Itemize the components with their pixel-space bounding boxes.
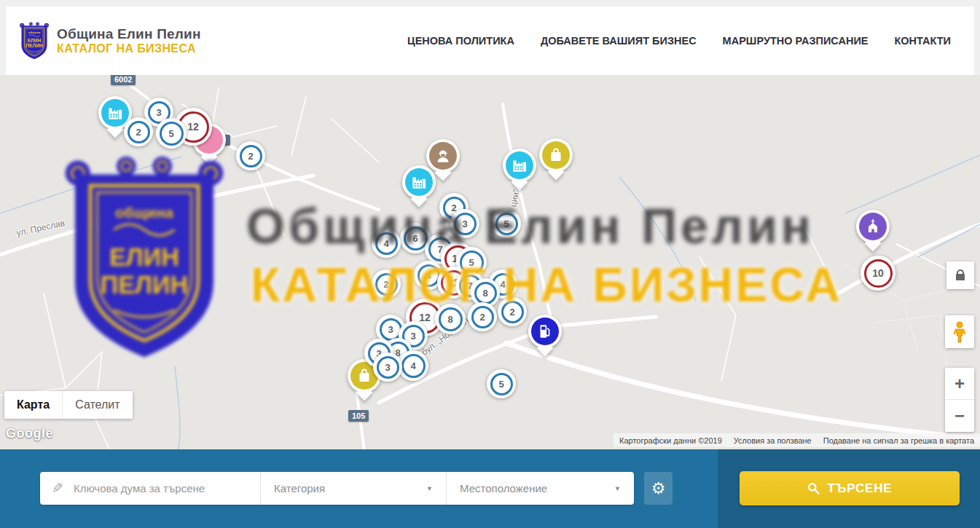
site-header: община ЕЛИН ПЕЛИН Община Елин Пелин КАТА… bbox=[0, 0, 980, 75]
attribution-link[interactable]: Условия за ползване bbox=[734, 436, 812, 445]
svg-text:ЕЛИН: ЕЛИН bbox=[109, 243, 179, 271]
nav-item-route-schedule[interactable]: МАРШРУТНО РАЗПИСАНИЕ bbox=[723, 35, 869, 47]
cluster-marker[interactable]: 5 bbox=[487, 369, 516, 398]
svg-text:ЕЛИН: ЕЛИН bbox=[28, 38, 42, 43]
street-view-pegman-button[interactable] bbox=[945, 315, 974, 348]
fuel-marker[interactable] bbox=[528, 315, 562, 348]
watermark-title: Община Елин Пелин bbox=[246, 197, 815, 254]
gear-icon: ⚙ bbox=[651, 479, 666, 498]
site-subtitle: КАТАЛОГ НА БИЗНЕСА bbox=[57, 42, 201, 55]
svg-text:ПЕЛИН: ПЕЛИН bbox=[26, 43, 43, 48]
search-button-panel: ТЪРСЕНЕ bbox=[718, 449, 980, 528]
zoom-out-button[interactable]: − bbox=[945, 400, 974, 432]
watermark-subtitle: КАТАЛОГ НА БИЗНЕСА bbox=[251, 257, 842, 312]
lock-icon bbox=[956, 274, 965, 280]
main-nav: ЦЕНОВА ПОЛИТИКАДОБАВЕТЕ ВАШИЯТ БИЗНЕСМАР… bbox=[407, 35, 961, 47]
search-icon bbox=[807, 482, 820, 494]
category-dropdown[interactable]: Категория ▼ bbox=[260, 472, 446, 505]
shopping-bag-marker[interactable] bbox=[539, 138, 573, 172]
zoom-control: + − bbox=[945, 368, 974, 432]
cluster-count: 5 bbox=[490, 373, 513, 395]
svg-text:община: община bbox=[28, 31, 41, 34]
watermark-crest: община ЕЛИН ПЕЛИН bbox=[61, 155, 227, 363]
keyword-search-input[interactable] bbox=[72, 481, 260, 495]
fuel-icon bbox=[531, 318, 559, 345]
factory-icon bbox=[506, 151, 533, 179]
map-attribution: Картографски данни ©2019Условия за ползв… bbox=[614, 433, 980, 447]
factory-icon bbox=[405, 168, 433, 196]
cluster-marker[interactable]: 2 bbox=[124, 117, 153, 146]
nav-item-price-policy[interactable]: ЦЕНОВА ПОЛИТИКА bbox=[407, 35, 514, 47]
cluster-marker[interactable]: 5 bbox=[156, 118, 187, 149]
factory-icon bbox=[101, 99, 129, 127]
chevron-down-icon: ▼ bbox=[614, 485, 621, 492]
shopping-bag-icon bbox=[542, 141, 570, 169]
search-button-label: ТЪРСЕНЕ bbox=[828, 481, 893, 496]
worker-marker[interactable] bbox=[426, 139, 460, 173]
fullscreen-lock-button[interactable] bbox=[946, 261, 974, 289]
advanced-settings-button[interactable]: ⚙ bbox=[644, 472, 673, 505]
road-badge: 105 bbox=[348, 410, 369, 422]
site-title: Община Елин Пелин bbox=[57, 26, 201, 42]
nav-item-contacts[interactable]: КОНТАКТИ bbox=[894, 35, 951, 47]
map-type-control: Карта Сателит bbox=[4, 391, 133, 419]
church-marker[interactable] bbox=[856, 210, 890, 243]
municipality-crest-logo: община ЕЛИН ПЕЛИН bbox=[19, 22, 50, 60]
zoom-in-button[interactable]: + bbox=[945, 368, 974, 400]
road-badge: 6002 bbox=[111, 75, 136, 85]
cluster-count: 5 bbox=[160, 122, 184, 146]
attribution-link[interactable]: Подаване на сигнал за грешка в картата bbox=[823, 436, 974, 445]
cluster-marker[interactable]: 3 bbox=[373, 352, 402, 382]
worker-icon bbox=[429, 142, 457, 170]
chevron-down-icon: ▼ bbox=[426, 485, 433, 492]
factory-marker[interactable] bbox=[402, 165, 436, 199]
cluster-marker[interactable]: 2 bbox=[236, 141, 265, 170]
map-type-satellite-button[interactable]: Сателит bbox=[62, 391, 132, 419]
google-logo[interactable]: Google bbox=[6, 426, 53, 441]
cluster-count: 10 bbox=[864, 259, 893, 288]
svg-text:ПЕЛИН: ПЕЛИН bbox=[101, 271, 189, 299]
category-dropdown-label: Категория bbox=[274, 482, 325, 494]
location-dropdown[interactable]: Местоположение ▼ bbox=[446, 472, 634, 505]
map-type-map-button[interactable]: Карта bbox=[4, 391, 62, 419]
location-dropdown-label: Местоположение bbox=[460, 482, 547, 494]
search-button[interactable]: ТЪРСЕНЕ bbox=[740, 471, 960, 505]
cluster-marker[interactable]: 4 bbox=[398, 350, 428, 381]
cluster-count: 2 bbox=[128, 121, 150, 143]
factory-marker[interactable] bbox=[503, 149, 536, 182]
site-logo[interactable]: община ЕЛИН ПЕЛИН Община Елин Пелин КАТА… bbox=[19, 22, 201, 60]
cluster-count: 3 bbox=[377, 356, 399, 379]
church-icon bbox=[859, 213, 887, 240]
svg-text:община: община bbox=[115, 204, 174, 221]
cluster-marker[interactable]: 10 bbox=[861, 256, 895, 291]
cluster-count: 4 bbox=[401, 354, 426, 378]
search-input-group: ✎ Категория ▼ Местоположение ▼ bbox=[40, 472, 634, 505]
attribution-text: Картографски данни ©2019 bbox=[619, 436, 722, 445]
pencil-icon: ✎ bbox=[52, 480, 63, 497]
cluster-count: 2 bbox=[240, 145, 262, 168]
pegman-icon bbox=[952, 321, 967, 343]
nav-item-add-business[interactable]: ДОБАВЕТЕ ВАШИЯТ БИЗНЕС bbox=[541, 35, 697, 47]
map-canvas[interactable]: община ЕЛИН ПЕЛИН Община Елин Пелин КАТА… bbox=[0, 75, 980, 449]
search-bar: ✎ Категория ▼ Местоположение ▼ ⚙ ТЪРСЕНЕ bbox=[0, 449, 980, 528]
